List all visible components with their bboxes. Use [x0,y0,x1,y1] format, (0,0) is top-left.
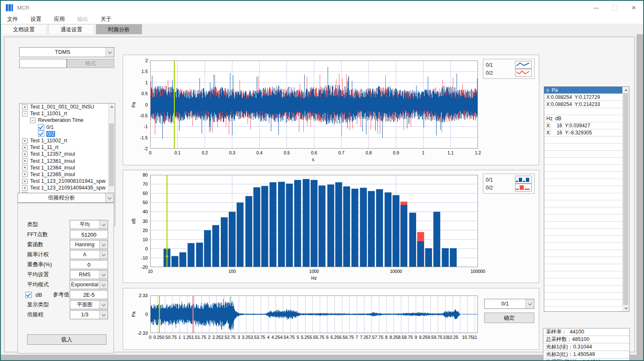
checkbox-checked-icon[interactable] [38,131,44,137]
expand-icon[interactable]: + [22,104,28,110]
readout-row[interactable] [544,264,622,271]
readout-row[interactable] [544,229,622,236]
tab-inactive[interactable]: 通道设置 [48,24,94,34]
readout-row[interactable] [544,243,622,250]
expand-icon[interactable]: + [22,179,28,184]
readout-row[interactable] [544,165,622,172]
collapse-icon[interactable]: − [30,118,35,123]
readout-row[interactable] [544,207,622,215]
field-input[interactable] [70,230,108,239]
expand-icon[interactable]: + [22,151,28,157]
readout-row[interactable] [544,136,622,144]
readout-row[interactable] [544,293,622,300]
menu-item[interactable]: 文件 [1,15,24,24]
plot-legend[interactable]: 0/10/2 [483,174,535,194]
legend-bar-icon[interactable] [515,184,532,192]
tree-item[interactable]: 0/1 [20,124,115,131]
readout-row[interactable]: X: 16 Y:-8.329305 [544,129,622,136]
collapse-icon[interactable]: − [22,111,28,116]
db-checkbox[interactable] [25,292,32,298]
tree-item[interactable]: +Test 1_12364_insul [20,164,115,171]
readout-scroll-thumb[interactable] [623,93,628,305]
readout-row[interactable] [544,144,622,151]
menu-item[interactable]: 应用 [48,15,71,24]
plot-legend[interactable]: 0/10/2 [483,59,535,79]
tab-inactive[interactable]: 文档设置 [1,24,47,34]
channel-select-combo[interactable]: 0/1 [484,299,534,309]
field-combo[interactable]: Exponential [70,280,108,289]
readout-row[interactable] [544,257,622,264]
readout-row[interactable] [544,108,622,115]
legend-row[interactable]: 0/2 [486,184,532,192]
legend-row[interactable]: 0/1 [486,176,532,184]
plot-area[interactable] [150,295,478,333]
readout-row[interactable] [544,285,622,293]
readout-row[interactable]: s Pa [544,87,622,94]
readout-row[interactable]: X: 16 Y:0.039427 [544,122,622,129]
tree-item[interactable]: +Test 1_123_210914094435_spw [20,184,115,191]
field-combo[interactable]: A [70,250,108,259]
tree-item[interactable]: +Test 1_12365_insul [20,171,115,178]
readout-row[interactable] [544,200,622,207]
tree-item[interactable]: 0/2 [20,131,115,137]
confirm-button[interactable]: 确定 [484,313,534,323]
filter-input[interactable] [19,59,67,68]
expand-icon[interactable]: + [22,165,28,170]
checkbox-checked-icon[interactable] [38,124,44,130]
readout-row[interactable]: Hz dB [544,115,622,122]
scroll-down-icon[interactable] [623,305,629,311]
scroll-up-icon[interactable] [109,104,115,109]
tab-active[interactable]: 时频分析 [96,24,142,34]
field-input[interactable] [70,260,108,269]
legend-row[interactable]: 0/1 [486,61,532,69]
readout-row[interactable] [544,172,622,179]
tree-item[interactable]: +Test 1_12361_insul [20,158,115,164]
readout-scrollbar[interactable] [622,87,629,311]
expand-icon[interactable]: + [22,185,28,191]
readout-row[interactable] [544,300,622,307]
readout-row[interactable] [544,236,622,243]
field-combo[interactable]: RMS [70,270,108,279]
menu-item[interactable]: 设置 [24,15,48,24]
readout-row[interactable] [544,215,622,222]
readout-row[interactable]: X:0.088254 Y:0.172729 [544,94,622,101]
tree-item[interactable]: +Test 1_123_210908101941_spw [20,178,115,184]
readout-row[interactable] [544,222,622,229]
legend-row[interactable]: 0/2 [486,69,532,77]
readout-row[interactable] [544,250,622,257]
file-format-combo[interactable]: TDMS [19,47,114,57]
readout-row[interactable] [544,278,622,285]
readout-row[interactable] [544,151,622,158]
plot-area[interactable] [150,175,478,267]
legend-line-icon[interactable] [515,69,532,77]
menu-item[interactable]: 关于 [94,15,118,24]
tree-item[interactable]: +Test 1_12357_insul [20,151,115,157]
field-combo[interactable]: 平面图 [70,300,108,309]
legend-bar-icon[interactable] [515,176,532,184]
readout-row[interactable] [544,271,622,278]
expand-icon[interactable]: + [22,172,28,177]
plot-area[interactable] [150,61,478,149]
overview-waveform-chart[interactable]: 0/1 确定 2.330-2.3300.250.50.7511.251.51.7… [123,288,539,350]
menu-item[interactable]: 输出 [71,15,94,24]
readout-row[interactable] [544,186,622,193]
tree-item[interactable]: −Reverberation Time [20,117,115,124]
expand-icon[interactable]: + [22,145,28,150]
expand-icon[interactable]: + [22,158,28,164]
tree-item[interactable]: +Test 1_001_001_002_INSU [20,104,115,110]
format-button[interactable]: 格式 [67,59,114,68]
scroll-up-icon[interactable] [623,87,629,93]
octave-spectrum-chart[interactable]: 80706050403020100-10-2010100100010000100… [123,170,539,283]
tree-item[interactable]: −Test 1_11001_rt [20,110,115,117]
tree-item[interactable]: +Test 1_11002_rt [20,137,115,144]
field-combo[interactable]: Hanning [70,240,108,249]
time-waveform-chart[interactable]: 21.510.50-0.5-1-1.5-200.10.20.30.40.50.6… [123,55,539,165]
field-combo[interactable]: 1/3 [70,310,108,319]
tree-item[interactable]: +Test 1_11_rt [20,144,115,151]
tree-scroll-thumb[interactable] [109,124,114,186]
expand-icon[interactable]: + [22,138,28,144]
legend-line-icon[interactable] [515,61,532,69]
close-button[interactable]: ✕ [624,1,643,14]
field-combo[interactable]: 平均 [70,220,108,229]
load-button[interactable]: 载入 [27,334,106,345]
